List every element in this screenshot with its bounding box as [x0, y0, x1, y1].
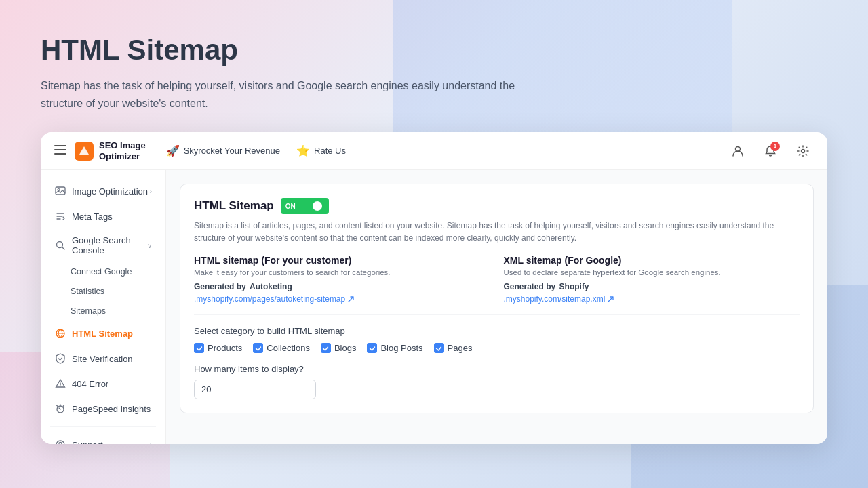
sitemap-columns: HTML sitemap (For your customer) Make it… [194, 255, 800, 315]
checkbox-blog-posts-box[interactable] [367, 343, 377, 353]
svg-rect-2 [54, 153, 66, 155]
xml-sitemap-link[interactable]: .myshopify.com/sitemap.xml [504, 294, 800, 304]
card-title-row: HTML Sitemap ON [194, 198, 800, 214]
star-icon: ⭐ [296, 144, 310, 157]
sitemap-card: HTML Sitemap ON Sitemap is a list of art… [180, 184, 814, 413]
checkboxes-row: Products Collections [194, 343, 800, 353]
xml-col-desc: Used to declare separate hypertext for G… [504, 268, 800, 277]
chevron-right-icon2: › [150, 441, 152, 445]
svg-rect-5 [56, 187, 65, 195]
html-col-title: HTML sitemap (For your customer) [194, 255, 490, 266]
svg-point-9 [60, 386, 61, 386]
chevron-down-icon: ∨ [147, 242, 152, 249]
hamburger-icon[interactable] [54, 144, 66, 158]
toggle-badge[interactable]: ON [281, 198, 329, 214]
xml-sitemap-col: XML sitemap (For Google) Used to declare… [504, 255, 800, 304]
html-sitemap-col: HTML sitemap (For your customer) Make it… [194, 255, 490, 304]
logo-area: SEO ImageOptimizer [75, 140, 146, 161]
support-icon [54, 439, 66, 444]
site-verification-icon [54, 352, 66, 365]
notification-icon-btn[interactable]: 1 [760, 140, 781, 162]
sidebar-item-support[interactable]: Support › [45, 432, 161, 444]
sidebar-item-sitemaps[interactable]: Sitemaps [64, 302, 161, 321]
items-count-input[interactable] [195, 380, 316, 399]
search-console-icon [54, 239, 66, 251]
toggle-knob [313, 201, 322, 211]
html-sitemap-icon [54, 327, 66, 340]
checkbox-products[interactable]: Products [194, 343, 242, 353]
xml-generated-row: Generated by Shopify [504, 282, 800, 291]
sidebar-divider [50, 426, 156, 427]
settings-icon-btn[interactable] [792, 140, 814, 162]
sidebar-item-site-verification[interactable]: Site Verification [45, 346, 161, 371]
top-bar-right: 1 [727, 140, 814, 162]
skyrocket-action[interactable]: 🚀 Skyrocket Your Revenue [166, 144, 280, 157]
html-sitemap-link[interactable]: .myshopify.com/pages/autoketing-sitemap [194, 294, 490, 304]
pagespeed-icon [54, 403, 66, 415]
logo-icon [75, 142, 94, 161]
html-generated-row: Generated by Autoketing [194, 282, 490, 291]
page-title: HTML Sitemap [41, 34, 827, 66]
sidebar-item-meta-tags[interactable]: Meta Tags [45, 204, 161, 228]
main-layout: Image Optimization › Meta Tags [41, 170, 827, 444]
chevron-right-icon: › [150, 188, 152, 195]
html-col-desc: Make it easy for your customers to searc… [194, 268, 490, 277]
svg-point-4 [802, 149, 805, 152]
rate-us-action[interactable]: ⭐ Rate Us [296, 144, 346, 157]
categories-section: Select category to build HTML sitemap Pr… [194, 326, 800, 399]
sidebar-item-image-optimization[interactable]: Image Optimization › [45, 179, 161, 203]
categories-label: Select category to build HTML sitemap [194, 326, 800, 336]
sidebar-item-pagespeed[interactable]: PageSpeed Insights [45, 396, 161, 421]
items-count-input-container: ▲ ▼ [194, 380, 316, 399]
checkbox-pages-box[interactable] [434, 343, 444, 353]
app-window: SEO ImageOptimizer 🚀 Skyrocket Your Reve… [41, 132, 827, 444]
card-title: HTML Sitemap [194, 199, 274, 213]
checkbox-blogs-box[interactable] [321, 343, 331, 353]
card-description: Sitemap is a list of articles, pages, an… [194, 220, 800, 244]
error-icon [54, 378, 66, 390]
logo-text: SEO ImageOptimizer [99, 140, 146, 161]
sidebar: Image Optimization › Meta Tags [41, 170, 166, 444]
content-area: HTML Sitemap ON Sitemap is a list of art… [166, 170, 827, 444]
sidebar-item-connect-google[interactable]: Connect Google [64, 262, 161, 281]
sidebar-item-html-sitemap[interactable]: HTML Sitemap [45, 321, 161, 346]
xml-col-title: XML sitemap (For Google) [504, 255, 800, 266]
checkbox-blog-posts[interactable]: Blog Posts [367, 343, 422, 353]
rocket-icon: 🚀 [166, 144, 180, 157]
sidebar-item-google-search-console[interactable]: Google Search Console ∨ [45, 229, 161, 262]
checkbox-pages[interactable]: Pages [434, 343, 473, 353]
svg-rect-1 [54, 149, 66, 150]
top-bar: SEO ImageOptimizer 🚀 Skyrocket Your Reve… [41, 132, 827, 170]
sidebar-item-404-error[interactable]: 404 Error [45, 371, 161, 396]
items-label: How many items to display? [194, 364, 800, 374]
page-subtitle: Sitemap has the task of helping yourself… [41, 77, 515, 112]
toggle-switch[interactable] [298, 199, 324, 213]
checkbox-blogs[interactable]: Blogs [321, 343, 357, 353]
checkbox-products-box[interactable] [194, 343, 204, 353]
svg-rect-0 [54, 145, 66, 146]
sidebar-item-statistics[interactable]: Statistics [64, 282, 161, 301]
image-optimization-icon [54, 185, 66, 197]
checkbox-collections[interactable]: Collections [253, 343, 310, 353]
notification-badge: 1 [770, 142, 780, 151]
top-actions: 🚀 Skyrocket Your Revenue ⭐ Rate Us [166, 144, 727, 157]
svg-point-6 [58, 189, 60, 191]
meta-tags-icon [54, 210, 66, 222]
checkbox-collections-box[interactable] [253, 343, 263, 353]
user-icon-btn[interactable] [727, 140, 749, 162]
sidebar-submenu-google: Connect Google Statistics Sitemaps [41, 262, 165, 321]
